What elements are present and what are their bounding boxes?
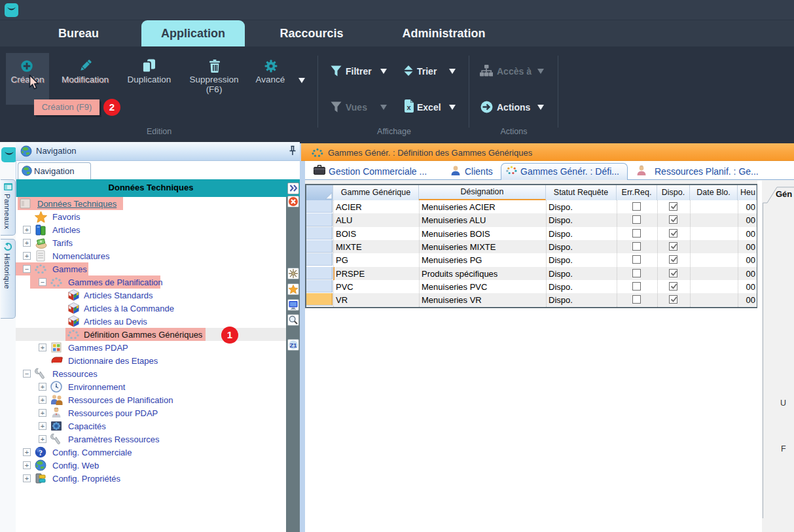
svg-text:x: x <box>406 103 411 111</box>
svg-text:Z1: Z1 <box>289 342 297 349</box>
svg-text:?: ? <box>39 448 43 457</box>
